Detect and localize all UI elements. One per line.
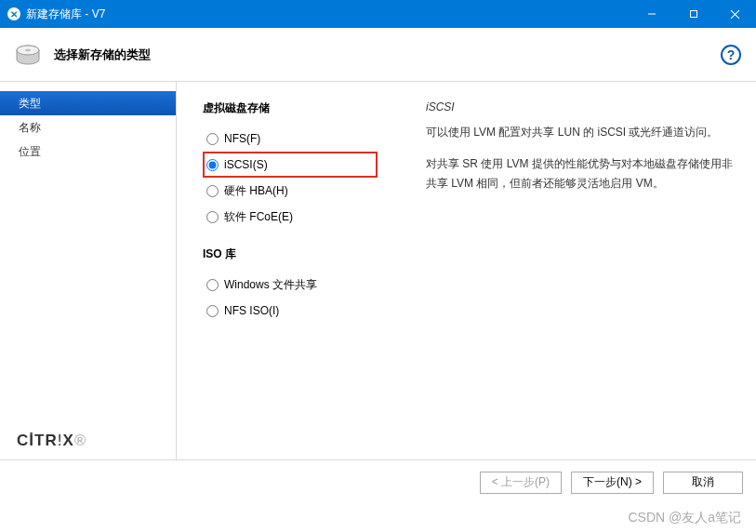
iso-label-1: NFS ISO(I) bbox=[224, 304, 279, 317]
window-title: 新建存储库 - V7 bbox=[26, 7, 105, 22]
virtual-radio-0[interactable] bbox=[206, 133, 219, 145]
options-column: 虚拟磁盘存储 NFS(F)iSCSI(S)硬件 HBA(H)软件 FCoE(E)… bbox=[203, 100, 389, 450]
virtual-label-3: 软件 FCoE(E) bbox=[224, 209, 293, 225]
iso-radio-0[interactable] bbox=[206, 279, 219, 291]
svg-rect-1 bbox=[690, 11, 696, 18]
minimize-button[interactable] bbox=[630, 0, 672, 28]
virtual-option-2[interactable]: 硬件 HBA(H) bbox=[203, 178, 389, 204]
sidebar-step-0[interactable]: 类型 bbox=[0, 91, 176, 115]
sidebar-step-2[interactable]: 位置 bbox=[0, 140, 176, 164]
cancel-button[interactable]: 取消 bbox=[663, 472, 743, 494]
description-column: iSCSI 可以使用 LVM 配置对共享 LUN 的 iSCSI 或光纤通道访问… bbox=[426, 100, 739, 450]
app-icon: ✕ bbox=[7, 7, 20, 20]
window-controls bbox=[630, 0, 756, 28]
virtual-radio-2[interactable] bbox=[206, 185, 219, 197]
virtual-radio-1[interactable] bbox=[206, 159, 219, 171]
description-title: iSCSI bbox=[426, 100, 739, 113]
virtual-radio-3[interactable] bbox=[206, 211, 219, 223]
watermark: CSDN @友人a笔记 bbox=[0, 504, 756, 532]
sidebar-step-1[interactable]: 名称 bbox=[0, 115, 176, 140]
iso-option-0[interactable]: Windows 文件共享 bbox=[203, 272, 389, 298]
header-title: 选择新存储的类型 bbox=[54, 47, 151, 63]
citrix-logo: CİTR!X® bbox=[0, 432, 176, 459]
svg-point-6 bbox=[25, 48, 31, 51]
iso-label-0: Windows 文件共享 bbox=[224, 277, 317, 293]
close-button[interactable] bbox=[714, 0, 756, 28]
storage-icon bbox=[15, 45, 41, 65]
maximize-button[interactable] bbox=[672, 0, 714, 28]
iso-radio-1[interactable] bbox=[206, 305, 219, 317]
next-button[interactable]: 下一步(N) > bbox=[571, 472, 654, 494]
description-para-2: 对共享 SR 使用 LVM 提供的性能优势与对本地磁盘存储使用非共享 LVM 相… bbox=[426, 154, 739, 193]
iso-library-heading: ISO 库 bbox=[203, 246, 389, 262]
wizard-body: 类型名称位置 CİTR!X® 虚拟磁盘存储 NFS(F)iSCSI(S)硬件 H… bbox=[0, 82, 756, 459]
virtual-option-0[interactable]: NFS(F) bbox=[203, 126, 389, 152]
wizard-sidebar: 类型名称位置 CİTR!X® bbox=[0, 82, 177, 459]
wizard-content: 虚拟磁盘存储 NFS(F)iSCSI(S)硬件 HBA(H)软件 FCoE(E)… bbox=[177, 82, 756, 459]
virtual-label-2: 硬件 HBA(H) bbox=[224, 183, 288, 199]
iso-option-1[interactable]: NFS ISO(I) bbox=[203, 298, 389, 324]
wizard-footer: < 上一步(P) 下一步(N) > 取消 bbox=[0, 459, 756, 504]
virtual-storage-heading: 虚拟磁盘存储 bbox=[203, 100, 389, 116]
titlebar: ✕ 新建存储库 - V7 bbox=[0, 0, 756, 28]
description-para-1: 可以使用 LVM 配置对共享 LUN 的 iSCSI 或光纤通道访问。 bbox=[426, 123, 739, 141]
virtual-label-0: NFS(F) bbox=[224, 132, 260, 145]
virtual-label-1: iSCSI(S) bbox=[224, 158, 268, 171]
virtual-option-3[interactable]: 软件 FCoE(E) bbox=[203, 204, 389, 230]
wizard-header: 选择新存储的类型 ? bbox=[0, 28, 756, 82]
help-icon[interactable]: ? bbox=[721, 45, 741, 65]
virtual-option-1[interactable]: iSCSI(S) bbox=[203, 152, 378, 178]
prev-button[interactable]: < 上一步(P) bbox=[480, 472, 562, 494]
